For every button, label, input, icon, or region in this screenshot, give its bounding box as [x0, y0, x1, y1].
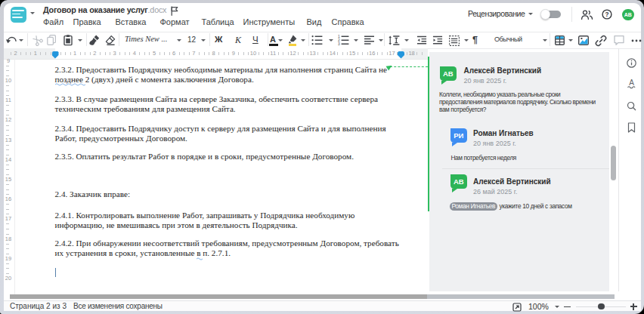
svg-text:А: А — [629, 78, 634, 87]
svg-text:3: 3 — [338, 42, 340, 46]
svg-text:?: ? — [605, 11, 608, 18]
